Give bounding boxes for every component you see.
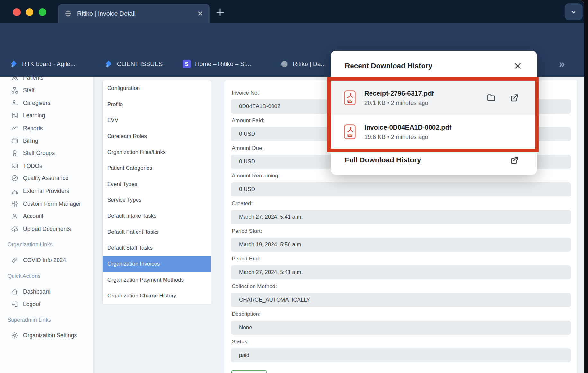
pdf-file-icon: PDF xyxy=(344,124,356,139)
config-item-careteam-roles[interactable]: Careteam Roles xyxy=(103,128,211,144)
folder-icon[interactable] xyxy=(486,93,496,103)
popup-close-button[interactable] xyxy=(513,61,522,70)
invoice-field-period-end: Period End:March 27, 2024, 5:41 a.m. xyxy=(231,255,571,279)
download-item-invoice-0d04ea1d-0002-pdf[interactable]: PDFInvoice-0D04EA1D-0002.pdf19.6 KB • 2 … xyxy=(331,115,537,149)
sidebar-item-label: Billing xyxy=(23,138,38,144)
globe-icon xyxy=(64,9,72,18)
field-label: Created: xyxy=(231,200,571,207)
ribbon-icon xyxy=(11,149,19,157)
config-item-organization-payment-methods[interactable]: Organization Payment Methods xyxy=(103,272,211,288)
config-item-organization-charge-history[interactable]: Organization Charge History xyxy=(103,288,211,304)
download-item-text: Invoice-0D04EA1D-0002.pdf19.6 KB • 2 min… xyxy=(364,123,451,141)
popup-header: Recent Download History xyxy=(331,51,537,81)
link-icon xyxy=(11,256,19,264)
field-label: Period End: xyxy=(231,255,571,262)
receipt-button[interactable]: Receipt xyxy=(231,370,267,373)
config-item-organization-invoices[interactable]: Organization Invoices xyxy=(103,256,211,272)
svg-text:S: S xyxy=(185,61,189,67)
bookmark-item-ritiko-da[interactable]: Ritiko | Da... xyxy=(280,51,326,77)
field-value[interactable]: CHARGE_AUTOMATICALLY xyxy=(231,293,571,307)
field-value[interactable]: March 27, 2024, 5:41 a.m. xyxy=(231,265,571,279)
zoom-window-button[interactable] xyxy=(39,8,46,16)
config-item-service-types[interactable]: Service Types xyxy=(103,192,211,208)
sidebar-item-staff[interactable]: Staff xyxy=(0,84,93,97)
sidebar-item-billing[interactable]: Billing xyxy=(0,134,93,147)
field-value[interactable]: March 27, 2024, 5:41 a.m. xyxy=(231,210,571,224)
download-item-receipt-2796-6317-pdf[interactable]: PDFReceipt-2796-6317.pdf20.1 KB • 2 minu… xyxy=(331,81,537,115)
config-item-profile[interactable]: Profile xyxy=(103,96,211,113)
sidebar-item-label: COVID Info 2024 xyxy=(23,257,66,264)
invoice-field-amount-remaining: Amount Remaining:0 USD xyxy=(231,172,571,196)
full-download-history-link[interactable]: Full Download History xyxy=(331,149,537,171)
home-icon xyxy=(11,288,19,296)
field-value[interactable]: March 19, 2024, 5:56 a.m. xyxy=(231,238,571,252)
new-tab-button[interactable] xyxy=(215,7,226,18)
minimize-window-button[interactable] xyxy=(26,8,33,16)
sidebar-item-external-providers[interactable]: External Providers xyxy=(0,185,93,197)
wallet-icon xyxy=(11,137,19,145)
config-item-default-staff-tasks[interactable]: Default Staff Tasks xyxy=(103,240,211,256)
sidebar-item-label: Reports xyxy=(23,125,43,132)
bookmark-item-rtk-board-agile[interactable]: RTK board - Agile... xyxy=(10,51,75,77)
open-in-new-icon xyxy=(510,155,519,165)
config-item-organization-files-links[interactable]: Organization Files/Links xyxy=(103,144,211,160)
sidebar-item-upload-documents[interactable]: Upload Documents xyxy=(0,223,93,235)
bookmark-label: Ritiko | Da... xyxy=(293,60,326,68)
sidebar-item-label: Custom Form Manager xyxy=(23,201,81,207)
field-value[interactable]: 0 USD xyxy=(231,182,571,196)
sidebar-item-caregivers[interactable]: Caregivers xyxy=(0,96,93,109)
sidebar-item-todos[interactable]: TODOs xyxy=(0,159,93,172)
config-item-patient-categories[interactable]: Patient Categories xyxy=(103,160,211,176)
sidebar-item-label: Upload Documents xyxy=(23,226,71,232)
open-in-new-icon[interactable] xyxy=(510,93,519,103)
sidebar-item-label: Logout xyxy=(23,301,40,308)
download-file-meta: 20.1 KB • 2 minutes ago xyxy=(364,99,434,106)
config-item-configuration[interactable]: Configuration xyxy=(103,80,211,96)
sidebar-item-label: TODOs xyxy=(23,163,42,169)
cloud-upload-icon xyxy=(11,225,19,233)
screen: Ritiko | Invoice Detail xyxy=(0,0,588,373)
person-icon xyxy=(11,212,19,220)
chevron-down-icon xyxy=(569,8,578,16)
bookmark-item-client-issues[interactable]: CLIENT ISSUES xyxy=(104,51,163,77)
caregiver-icon xyxy=(11,99,19,107)
config-item-event-types[interactable]: Event Types xyxy=(103,176,211,192)
bookmarks-overflow-icon[interactable]: » xyxy=(559,51,564,77)
sidebar-item-learning[interactable]: Learning xyxy=(0,109,93,122)
sidebar-item-label: Staff Groups xyxy=(23,150,55,157)
invoice-field-created: Created:March 27, 2024, 5:41 a.m. xyxy=(231,200,571,224)
sidebar-section-superadmin-links: Superadmin Links xyxy=(7,315,51,325)
sidebar-item-staff-groups[interactable]: Staff Groups xyxy=(0,147,93,159)
sidebar-item-logout[interactable]: Logout xyxy=(0,298,93,311)
sidebar-section-quick-actions: Quick Actions xyxy=(7,271,40,281)
field-label: Status: xyxy=(231,338,571,345)
jira-icon xyxy=(104,60,113,68)
bookmark-item-home-ritiko-st[interactable]: SHome – Ritiko – St... xyxy=(183,51,251,77)
tab-search-button[interactable] xyxy=(565,3,583,20)
jira-icon xyxy=(10,60,18,68)
config-item-default-intake-tasks[interactable]: Default Intake Tasks xyxy=(103,208,211,224)
tab-close-icon[interactable] xyxy=(196,10,204,17)
sidebar-item-covid-info-2024[interactable]: COVID Info 2024 xyxy=(0,254,93,267)
sidebar-item-patients[interactable]: Patients xyxy=(0,77,93,84)
sidebar-item-custom-form-manager[interactable]: Custom Form Manager xyxy=(0,197,93,210)
sidebar-item-quality-assurance[interactable]: Quality Assurance xyxy=(0,172,93,185)
logout-icon xyxy=(11,300,19,308)
sidebar-item-reports[interactable]: Reports xyxy=(0,122,93,135)
tab-strip: Ritiko | Invoice Detail xyxy=(0,0,584,23)
close-window-button[interactable] xyxy=(13,8,21,16)
tab-title: Ritiko | Invoice Detail xyxy=(77,10,196,17)
config-menu: ConfigurationProfileEVVCareteam RolesOrg… xyxy=(102,80,211,304)
browser-tab[interactable]: Ritiko | Invoice Detail xyxy=(58,4,210,23)
field-value[interactable]: paid xyxy=(231,348,571,362)
sidebar-item-organization-settings[interactable]: Organization Settings xyxy=(0,329,93,342)
sidebar-item-dashboard[interactable]: Dashboard xyxy=(0,285,93,298)
field-label: Collection Method: xyxy=(231,283,571,290)
reports-icon xyxy=(11,124,19,132)
field-value[interactable]: None xyxy=(231,321,571,335)
config-item-default-patient-tasks[interactable]: Default Patient Tasks xyxy=(103,224,211,240)
invoice-field-collection-method: Collection Method:CHARGE_AUTOMATICALLY xyxy=(231,283,571,307)
sidebar-item-account[interactable]: Account xyxy=(0,210,93,223)
config-item-evv[interactable]: EVV xyxy=(103,112,211,128)
bookmark-label: RTK board - Agile... xyxy=(22,60,75,68)
